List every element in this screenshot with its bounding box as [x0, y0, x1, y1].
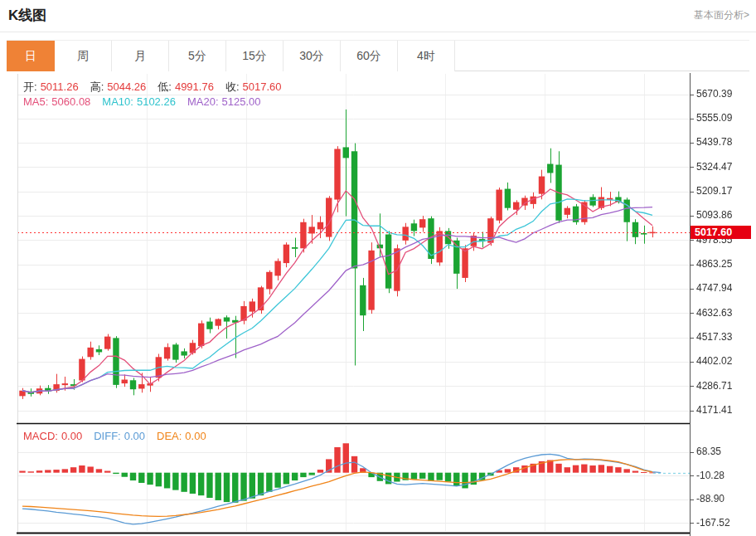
- low-label: 低:: [158, 80, 172, 93]
- kline-page: K线图 基本面分析> 日 周 月 5分 15分 30分 60分 4时 开:501…: [0, 0, 756, 536]
- macd-value: 0.00: [61, 430, 82, 442]
- ma-legend: MA5:5060.08MA10:5102.26MA20:5125.00: [23, 95, 264, 108]
- macd-legend: MACD:0.00DIFF:0.00DEA:0.00: [23, 430, 210, 442]
- ma5-value: 5060.08: [51, 95, 90, 108]
- open-label: 开:: [23, 80, 37, 93]
- high-label: 高:: [90, 80, 104, 93]
- ma10-value: 5102.26: [137, 95, 176, 108]
- ma10-label: MA10:: [102, 95, 133, 108]
- ma5-label: MA5:: [23, 95, 48, 108]
- dea-label: DEA:: [157, 430, 182, 442]
- ma20-value: 5125.00: [222, 95, 261, 108]
- close-value: 5017.60: [243, 80, 282, 93]
- macd-label: MACD:: [23, 430, 58, 442]
- open-value: 5011.26: [41, 80, 79, 93]
- diff-value: 0.00: [124, 430, 145, 442]
- dea-value: 0.00: [185, 430, 206, 442]
- low-value: 4991.76: [175, 80, 214, 93]
- diff-label: DIFF:: [94, 430, 121, 442]
- high-value: 5044.26: [107, 80, 146, 93]
- ma20-label: MA20:: [187, 95, 219, 108]
- ohlc-legend: 开:5011.26高:5044.26低:4991.76收:5017.60: [23, 80, 285, 95]
- current-price-badge: 5017.60: [691, 226, 751, 239]
- close-label: 收:: [225, 80, 240, 93]
